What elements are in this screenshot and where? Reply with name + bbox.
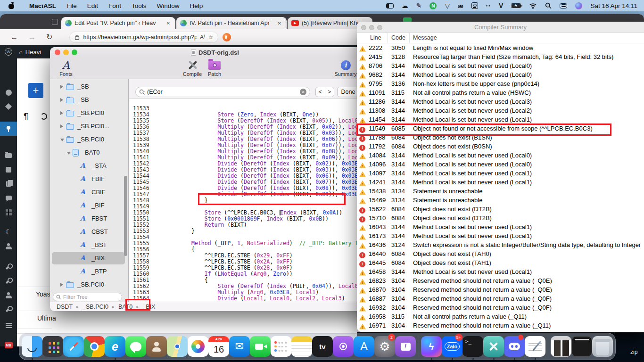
control-center-icon[interactable] (560, 3, 567, 8)
dock-maps[interactable] (167, 333, 188, 360)
dock-safari[interactable] (63, 333, 84, 360)
wp-menu-posts[interactable] (0, 122, 17, 136)
compiler-row-8706[interactable]: ! 8706 3144 Method Local is set but neve… (357, 61, 644, 70)
dock-settings[interactable]: ⚙2 (374, 333, 395, 360)
url-text[interactable]: https://heavietnam.ga/wp-admin/post.php?… (83, 34, 197, 41)
siri-icon[interactable] (575, 2, 582, 9)
wp-menu-media[interactable] (0, 149, 17, 162)
compiler-row-16870[interactable]: ! 16870 3104 Reserved method should not … (357, 285, 644, 294)
compiler-row-16043[interactable]: ! 16043 3144 Method Local is set but nev… (357, 222, 644, 231)
code-line-11541[interactable]: 11541 Divide (DerefOf (Index (BIXT, 0x02… (129, 148, 149, 155)
code-line-11540[interactable]: 11540 Multiply (DerefOf (Index (BIXT, 0x… (129, 142, 149, 148)
find-next-button[interactable]: > (325, 87, 334, 97)
disclosure-triangle[interactable] (60, 85, 63, 89)
address-bar[interactable]: https://heavietnam.ga/wp-admin/post.php?… (69, 32, 218, 43)
tree-item-CBIF[interactable]: ACBIF (50, 186, 129, 199)
wp-menu-profile[interactable] (0, 288, 17, 302)
wp-menu-layout[interactable] (0, 206, 17, 219)
wp-menu-options[interactable] (0, 319, 17, 332)
menu-window[interactable]: Window (152, 2, 185, 9)
code-line-11539[interactable]: 11539 Multiply (DerefOf (Index (BIXT, 0x… (129, 136, 149, 142)
code-line-11564[interactable]: 11564 ^^LPCB.EC.ST9E (0x29, 0xFF, And (L… (129, 289, 149, 296)
dock-trash[interactable] (592, 333, 613, 360)
dock-maciasl[interactable] (483, 333, 504, 360)
wp-menu-dashboard[interactable] (0, 86, 17, 99)
favorites-star-icon[interactable]: ☆ (208, 34, 214, 41)
column-code[interactable]: Code (391, 34, 405, 41)
compiler-row-15469[interactable]: ! 15469 3134 Statement is unreachable (357, 196, 644, 205)
minimize-button[interactable] (369, 25, 374, 30)
tree-item-_SB.PCI0[interactable]: _SB.PCI0 (50, 107, 129, 120)
wp-menu-wrench[interactable] (0, 303, 17, 316)
clear-search-icon[interactable]: ✕ (300, 89, 306, 95)
code-line-11552[interactable]: 11552 } (129, 216, 149, 222)
read-aloud-icon[interactable]: A) (200, 33, 205, 41)
code-line-11560[interactable]: 11560 { (129, 265, 149, 271)
dots-icon[interactable]: ●● (486, 4, 491, 7)
code-line-11556[interactable]: 11556 ^^LPCB.EC.ST8E (0x29, 0xFF) (129, 240, 149, 247)
dock-textedit[interactable] (525, 333, 545, 360)
compiler-titlebar[interactable]: Compiler Summary (357, 22, 644, 33)
cloud-icon[interactable]: ☁ (402, 2, 408, 9)
compiler-row-16932[interactable]: ! 16932 3104 Reserved method should not … (357, 303, 644, 312)
dock-feedback[interactable]: ! (395, 333, 416, 360)
shield-icon[interactable]: ▽ (445, 2, 450, 9)
code-line-11551[interactable]: 11551 Return (BIXT) (129, 210, 149, 216)
compiler-row-15438[interactable]: ! 15438 3134 Statement is unreachable (357, 187, 644, 196)
wp-menu-seo[interactable] (0, 100, 17, 113)
code-line-11545[interactable]: 11545 Divide (DerefOf (Index (BIXT, 0x08… (129, 173, 149, 179)
tree-item-FBST[interactable]: AFBST (50, 212, 129, 225)
wp-menu-comments[interactable] (0, 191, 17, 205)
code-line-11536[interactable]: 11536 Multiply (DerefOf (Index (BIXT, 0x… (129, 118, 149, 124)
code-line-11544[interactable]: 11544 Divide (DerefOf (Index (BIXT, 0x07… (129, 167, 149, 173)
compiler-row-11792[interactable]: ! 11792 6084 Object does not exist (B0SN… (357, 142, 644, 151)
close-tab-icon[interactable]: ✕ (165, 21, 172, 26)
compiler-row-16458[interactable]: ! 16458 3144 Method Local is set but nev… (357, 267, 644, 276)
filter-tree-input[interactable]: Filter Tree (53, 293, 122, 301)
tree-item-BAT0[interactable]: BAT0 (50, 146, 129, 159)
code-line-11537[interactable]: 11537 Multiply (DerefOf (Index (BIXT, 0x… (129, 124, 149, 130)
tree-item-_BIF[interactable]: A_BIF (50, 199, 129, 212)
wp-menu-pages[interactable] (0, 177, 17, 190)
compiler-row-11454[interactable]: ! 11454 3144 Method Local is set but nev… (357, 115, 644, 124)
menu-help[interactable]: Help (185, 2, 208, 9)
find-done-button[interactable]: Done (337, 87, 359, 97)
tree-item-_BIX[interactable]: A_BIX (50, 252, 129, 265)
tree-scrollbar[interactable] (124, 176, 127, 256)
code-line-11542[interactable]: 11542 Divide (DerefOf (Index (BIXT, 0x03… (129, 155, 149, 161)
compiler-row-14096[interactable]: ! 14096 3144 Method Local is set but nev… (357, 160, 644, 169)
add-block-button[interactable]: + (28, 83, 43, 98)
notion-icon[interactable]: N (429, 2, 437, 9)
column-line[interactable]: Line (370, 34, 381, 41)
compiler-row-9795[interactable]: ! 9795 3136 Non-hex letters must be uppe… (357, 79, 644, 88)
find-input[interactable]: (ECor ✕ (135, 87, 310, 97)
compiler-row-16436[interactable]: ! 16436 3124 Switch expression is not a … (357, 240, 644, 249)
dock-edge[interactable]: e (105, 333, 125, 360)
tree-item-FBIF[interactable]: AFBIF (50, 173, 129, 186)
dock-appletv[interactable]: tv (312, 333, 333, 360)
dock-stack-web[interactable] (551, 333, 571, 360)
code-line-11543[interactable]: 11543 Divide (DerefOf (Index (BIXT, 0x06… (129, 161, 149, 167)
zoom-button[interactable] (72, 49, 77, 55)
wp-menu-metabox[interactable]: MB (0, 338, 17, 352)
disclosure-triangle[interactable] (60, 98, 63, 102)
dock-terminal[interactable]: >_ (462, 333, 483, 360)
menu-edit[interactable]: Edit (82, 2, 103, 9)
spotlight-icon[interactable] (545, 2, 552, 9)
compiler-row-14097[interactable]: ! 14097 3144 Method Local is set but nev… (357, 169, 644, 178)
code-line-11533[interactable]: 11533 Store (Zero, Index (BIXT, One)) (129, 99, 149, 106)
code-line-11555[interactable]: 11555 { (129, 234, 149, 240)
compiler-row-16958[interactable]: ! 16958 3115 Not all control paths retur… (357, 312, 644, 321)
code-line-11550[interactable]: 11550 Store (0x0001869F, Index (BIXT, 0x… (129, 204, 149, 210)
code-line-11535[interactable]: 11535 Multiply (DerefOf (Index (BIXT, 0x… (129, 112, 149, 118)
dock-reminders[interactable] (271, 333, 291, 360)
wp-menu-music[interactable] (0, 163, 17, 176)
code-line-11538[interactable]: 11538 Multiply (DerefOf (Index (BIXT, 0x… (129, 130, 149, 136)
toolbar-summary-button[interactable]: i Summary (332, 59, 359, 77)
forward-button[interactable]: → (28, 33, 36, 41)
dock-appstore[interactable]: A (354, 333, 374, 360)
dock-launchpad[interactable] (42, 333, 63, 360)
breadcrumb-_SB.PCI0[interactable]: _SB.PCI0 (83, 304, 108, 310)
toolbar-patch-button[interactable]: Patch (201, 59, 228, 77)
zoom-button[interactable] (377, 25, 382, 30)
